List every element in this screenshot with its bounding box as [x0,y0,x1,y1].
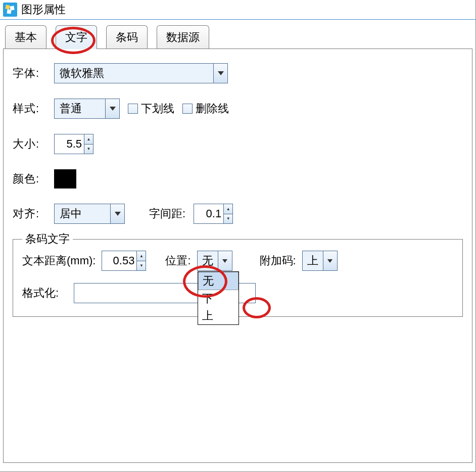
group-legend: 条码文字 [22,231,73,247]
chevron-down-icon[interactable] [213,64,227,83]
font-combo-value: 微软雅黑 [55,64,213,83]
tab-basic[interactable]: 基本 [5,25,46,49]
svg-marker-7 [327,259,332,263]
color-swatch[interactable] [54,169,76,188]
tab-bar: 基本 文字 条码 数据源 [5,25,472,49]
spin-up-icon[interactable]: ▲ [224,204,232,214]
spin-up-icon[interactable]: ▲ [84,134,93,145]
spin-up-icon[interactable]: ▲ [137,251,146,261]
app-icon [3,3,17,17]
position-dropdown-list[interactable]: 无 下 上 [198,271,239,325]
tab-panel-text: 字体: 微软雅黑 样式: 普通 下划线 删 [3,49,472,463]
checkbox-box [128,104,138,114]
svg-marker-6 [222,259,227,263]
svg-marker-5 [115,212,121,216]
align-combo-value: 居中 [55,204,110,223]
svg-rect-2 [7,9,11,14]
align-combo[interactable]: 居中 [54,204,125,224]
position-option-below[interactable]: 下 [198,290,239,307]
text-distance-label: 文本距离(mm): [22,253,96,268]
color-label: 颜色: [13,171,46,186]
svg-rect-1 [10,6,14,10]
checkbox-box [182,104,193,114]
spin-down-icon[interactable]: ▼ [84,145,93,154]
position-combo-value: 无 [198,251,218,270]
underline-checkbox[interactable]: 下划线 [128,101,174,116]
style-combo[interactable]: 普通 [54,99,120,119]
chevron-down-icon[interactable] [110,204,124,223]
spin-down-icon[interactable]: ▼ [137,261,146,271]
char-spacing-label: 字间距: [149,206,185,221]
addon-label: 附加码: [260,253,296,268]
addon-combo[interactable]: 上 [302,251,338,271]
size-input[interactable] [55,134,84,154]
strikeout-label: 删除线 [196,101,229,116]
format-label: 格式化: [22,286,68,301]
addon-combo-value: 上 [303,251,323,270]
position-option-above[interactable]: 上 [198,307,239,324]
text-distance-input[interactable] [102,251,136,270]
chevron-down-icon[interactable] [218,251,232,270]
text-distance-spinner[interactable]: ▲ ▼ [102,251,146,271]
position-option-none[interactable]: 无 [198,272,239,290]
size-spinner[interactable]: ▲ ▼ [54,134,93,154]
size-label: 大小: [13,136,46,152]
tab-text[interactable]: 文字 [56,25,97,49]
font-label: 字体: [13,66,46,81]
svg-rect-0 [5,5,10,9]
svg-marker-3 [218,71,224,75]
chevron-down-icon[interactable] [105,99,119,118]
style-label: 样式: [13,101,46,116]
font-combo[interactable]: 微软雅黑 [54,63,228,83]
strikeout-checkbox[interactable]: 删除线 [182,101,229,116]
tab-barcode[interactable]: 条码 [106,25,148,49]
spin-down-icon[interactable]: ▼ [224,214,232,224]
tab-datasource[interactable]: 数据源 [157,25,209,49]
position-label: 位置: [165,253,191,268]
chevron-down-icon[interactable] [323,251,337,270]
titlebar: 图形属性 [0,0,475,20]
svg-marker-4 [110,107,116,111]
char-spacing-spinner[interactable]: ▲ ▼ [194,204,233,224]
style-combo-value: 普通 [55,99,105,118]
window-title: 图形属性 [21,2,66,17]
align-label: 对齐: [13,206,46,221]
char-spacing-input[interactable] [194,204,223,223]
underline-label: 下划线 [141,101,174,116]
position-combo[interactable]: 无 [197,251,232,271]
